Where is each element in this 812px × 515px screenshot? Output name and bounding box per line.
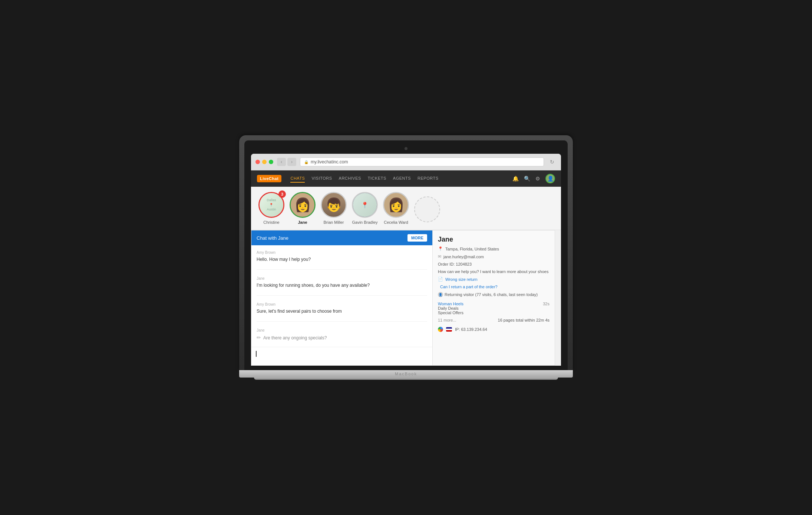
- search-icon[interactable]: 🔍: [524, 176, 530, 182]
- msg-text-1: Hello. How may I help you?: [257, 256, 427, 263]
- nav-visitors[interactable]: VISITORS: [311, 175, 332, 183]
- macbook-label: MacBook: [395, 372, 417, 376]
- chrome-icon: [438, 327, 443, 332]
- sidebar-page-time-1: 32s: [543, 302, 549, 306]
- chat-user-gavin[interactable]: 📍 Gavin Bradley: [352, 192, 378, 225]
- macbook-foot: [254, 378, 558, 380]
- sidebar-contact-name: Jane: [438, 236, 549, 243]
- msg-sender-2: Jane: [257, 276, 427, 280]
- sidebar-order-id: Order ID: 1204823: [438, 262, 549, 266]
- message-group-4: Jane ✏ Are there any ongoing specials?: [257, 328, 427, 342]
- message-group-3: Amy Brown Sure, let's find several pairs…: [257, 302, 427, 315]
- chat-user-christine[interactable]: Dallas 📍 Austin 3 Christine: [258, 192, 284, 225]
- sidebar-more-pages[interactable]: 11 more...: [438, 318, 456, 322]
- msg-text-2: I'm looking for running shoes, do you ha…: [257, 282, 427, 289]
- avatar-wrap-jane: 👩: [290, 192, 316, 218]
- avatar-jane: 👩: [290, 192, 316, 218]
- msg-sender-3: Amy Brown: [257, 302, 427, 306]
- macbook-base: MacBook: [239, 370, 573, 378]
- sidebar-link-row-1: 📄 Wrong size return: [438, 277, 549, 282]
- forward-button[interactable]: ›: [287, 158, 296, 166]
- more-button[interactable]: MORE: [407, 234, 427, 242]
- camera: [405, 147, 407, 150]
- name-jane: Jane: [298, 220, 307, 225]
- sidebar-page-name-1[interactable]: Woman Heels: [438, 302, 463, 306]
- flag-icon: [446, 327, 452, 332]
- nav-reports[interactable]: REPORTS: [417, 175, 438, 183]
- livechat-logo: LiveChat: [257, 175, 281, 182]
- msg-sender-4: Jane: [257, 328, 427, 332]
- map-gavin: 📍: [353, 193, 377, 217]
- chat-input-area[interactable]: [251, 347, 432, 365]
- typing-icon: ✏: [257, 334, 261, 342]
- nav-buttons: ‹ ›: [277, 158, 296, 166]
- message-group-1: Amy Brown Hello. How may I help you?: [257, 250, 427, 263]
- sidebar-page-row-1: Woman Heels 32s: [438, 302, 549, 306]
- chat-user-brian[interactable]: 👦 Brian Miller: [321, 192, 347, 225]
- sidebar-total-pages: 16 pages total within 22m 4s: [498, 318, 549, 322]
- chat-title: Chat with Jane: [257, 235, 288, 241]
- sidebar-pages: Woman Heels 32s Daily Deals Special Offe…: [438, 302, 549, 315]
- doc-icon-1: 📄: [438, 277, 443, 282]
- visitor-icon: 👤: [438, 292, 443, 297]
- sidebar-visitor-info: Returning visitor (77 visits, 6 chats, l…: [445, 292, 538, 297]
- refresh-button[interactable]: ↻: [548, 158, 557, 166]
- location-icon: 📍: [438, 246, 443, 251]
- nav-right: 🔔 🔍 ⚙ 👤: [512, 174, 555, 183]
- divider-3: [257, 321, 427, 322]
- avatar-empty: [414, 196, 440, 222]
- msg-sender-1: Amy Brown: [257, 250, 427, 255]
- typing-text: Are there any ongoing specials?: [263, 335, 327, 341]
- name-brian: Brian Miller: [323, 220, 344, 225]
- address-bar[interactable]: 🔒 my.livechatinc.com: [300, 157, 544, 166]
- avatar-brian: 👦: [321, 192, 347, 218]
- chat-user-cecelia[interactable]: 👩 Cecelia Ward: [383, 192, 409, 225]
- chat-messages: Amy Brown Hello. How may I help you? Jan…: [251, 245, 432, 347]
- sidebar-email: jane.hurley@mail.com: [443, 255, 484, 259]
- chat-header: Chat with Jane MORE: [251, 230, 432, 245]
- sidebar-question: How can we help you? I want to learn mor…: [438, 269, 549, 274]
- screen-bezel: ‹ › 🔒 my.livechatinc.com ↻ LiveChat CHAT…: [244, 140, 568, 370]
- nav-items: CHATS VISITORS ARCHIVES TICKETS AGENTS R…: [290, 175, 504, 183]
- sidebar-page-name-2: Daily Deals: [438, 306, 459, 310]
- nav-chats[interactable]: CHATS: [290, 175, 305, 183]
- settings-icon[interactable]: ⚙: [535, 176, 540, 182]
- avatar-wrap-gavin: 📍: [352, 192, 378, 218]
- sidebar-link-1[interactable]: Wrong size return: [445, 277, 478, 282]
- traffic-lights: [255, 160, 273, 164]
- sidebar-ip-row: IP: 63.139.234.64: [438, 327, 549, 332]
- close-button[interactable]: [255, 160, 260, 164]
- msg-text-4: ✏ Are there any ongoing specials?: [257, 334, 427, 342]
- macbook-lid: ‹ › 🔒 my.livechatinc.com ↻ LiveChat CHAT…: [239, 135, 573, 370]
- avatar-wrap-brian: 👦: [321, 192, 347, 218]
- divider-1: [257, 269, 427, 270]
- minimize-button[interactable]: [262, 160, 267, 164]
- avatar-cecelia: 👩: [383, 192, 409, 218]
- nav-archives[interactable]: ARCHIVES: [339, 175, 361, 183]
- app-content: Dallas 📍 Austin 3 Christine: [251, 187, 561, 366]
- divider-2: [257, 295, 427, 296]
- sidebar-email-row: ✉ jane.hurley@mail.com: [438, 254, 549, 259]
- back-button[interactable]: ‹: [277, 158, 286, 166]
- user-avatar-nav[interactable]: 👤: [545, 174, 555, 183]
- browser-window: ‹ › 🔒 my.livechatinc.com ↻ LiveChat CHAT…: [251, 154, 561, 366]
- chat-user-jane[interactable]: 👩 Jane: [290, 192, 316, 225]
- nav-agents[interactable]: AGENTS: [393, 175, 411, 183]
- chat-bar: Dallas 📍 Austin 3 Christine: [251, 187, 561, 230]
- macbook-container: ‹ › 🔒 my.livechatinc.com ↻ LiveChat CHAT…: [239, 135, 573, 380]
- sidebar-location: Tampa, Florida, United States: [445, 247, 499, 251]
- sidebar-page-row-3: Special Offers: [438, 310, 549, 315]
- sidebar-location-row: 📍 Tampa, Florida, United States: [438, 246, 549, 251]
- nav-tickets[interactable]: TICKETS: [368, 175, 386, 183]
- msg-text-3: Sure, let's find several pairs to choose…: [257, 308, 427, 315]
- chat-panel: Chat with Jane MORE Amy Brown Hello. How…: [251, 230, 433, 366]
- maximize-button[interactable]: [269, 160, 273, 164]
- chat-user-empty: [414, 196, 440, 225]
- sidebar-more-row: 11 more... 16 pages total within 22m 4s: [438, 318, 549, 322]
- sidebar: Jane 📍 Tampa, Florida, United States ✉ j…: [433, 230, 555, 366]
- bell-icon[interactable]: 🔔: [512, 176, 519, 182]
- sidebar-page-name-3: Special Offers: [438, 310, 463, 315]
- sidebar-visitor-row: 👤 Returning visitor (77 visits, 6 chats,…: [438, 292, 549, 297]
- message-group-2: Jane I'm looking for running shoes, do y…: [257, 276, 427, 289]
- sidebar-link-2[interactable]: Can I return a part of the order?: [440, 285, 498, 289]
